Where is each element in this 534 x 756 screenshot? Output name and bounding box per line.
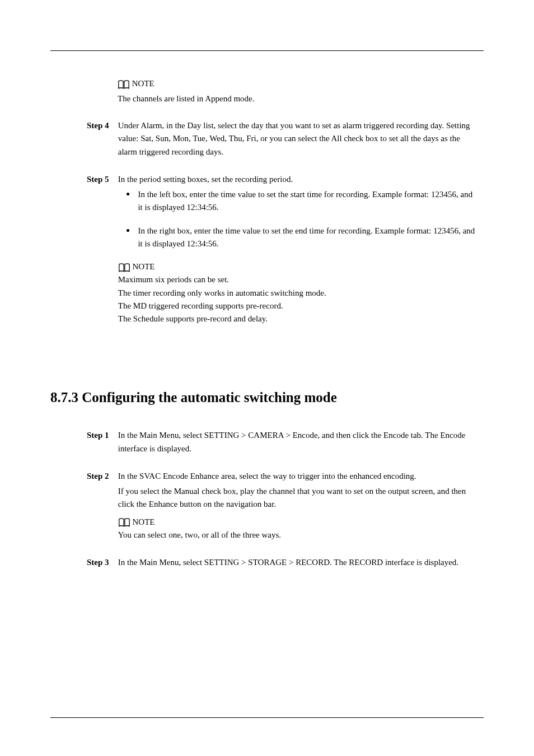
bullet-icon: • (126, 225, 130, 237)
section-heading: 8.7.3 Configuring the automatic switchin… (50, 390, 484, 405)
list-item: • In the left box, enter the time value … (126, 188, 476, 214)
note2-line: The MD triggered recording supports pre-… (118, 300, 476, 312)
bullet-icon: • (126, 188, 130, 200)
bstep2-label: Step 2 (87, 470, 116, 483)
note2-line: Maximum six periods can be set. (118, 273, 476, 286)
step4-label: Step 4 (87, 119, 116, 132)
bstep2-text: In the SVAC Encode Enhance area, select … (118, 472, 416, 480)
book-icon (118, 263, 130, 272)
book-icon (118, 80, 130, 89)
bstep2-note-text: You can select one, two, or all of the t… (118, 529, 476, 542)
bstep1-text: In the Main Menu, select SETTING > CAMER… (118, 429, 476, 455)
book-icon (118, 518, 130, 527)
note2-line: The timer recording only works in automa… (118, 287, 476, 300)
bstep3-label: Step 3 (87, 556, 116, 569)
bstep1-label: Step 1 (87, 429, 116, 442)
step4-text: Under Alarm, in the Day list, select the… (118, 119, 476, 158)
step5-label: Step 5 (87, 173, 116, 186)
note1-text: The channels are listed in Append mode. (118, 92, 484, 105)
bstep2-subtext: If you select the Manual check box, play… (118, 485, 476, 511)
note1-label: NOTE (132, 79, 154, 88)
note2-label: NOTE (133, 262, 155, 271)
bstep2-note-label: NOTE (133, 517, 155, 526)
note2-line: The Schedule supports pre-record and del… (118, 312, 476, 325)
step5-text: In the period setting boxes, set the rec… (118, 175, 293, 184)
list-item: • In the right box, enter the time value… (126, 225, 476, 251)
bstep3-text: In the Main Menu, select SETTING > STORA… (118, 556, 476, 569)
